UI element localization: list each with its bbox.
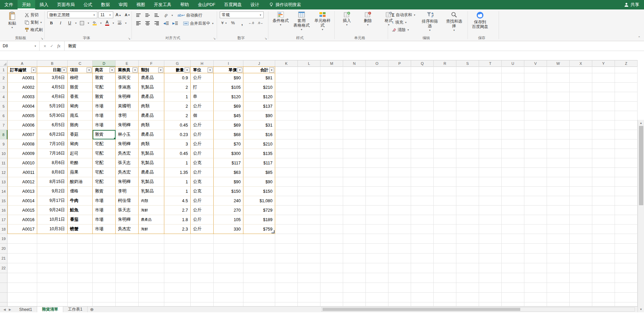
cell[interactable] xyxy=(298,215,320,224)
cell[interactable] xyxy=(547,111,570,121)
row-header[interactable] xyxy=(0,273,7,283)
cell[interactable] xyxy=(93,234,116,244)
cell[interactable] xyxy=(37,293,68,302)
cell[interactable] xyxy=(343,234,366,244)
cell[interactable] xyxy=(434,111,456,121)
cell[interactable] xyxy=(570,168,592,177)
cell[interactable] xyxy=(592,263,615,273)
cell[interactable] xyxy=(592,121,615,130)
cell[interactable]: 公斤 xyxy=(191,130,214,139)
column-header-v[interactable]: V xyxy=(524,60,547,67)
cell[interactable] xyxy=(434,149,456,158)
cell[interactable] xyxy=(502,158,524,168)
font-size-select[interactable]: 11▼ xyxy=(98,11,113,18)
cell[interactable] xyxy=(411,73,434,83)
cell[interactable] xyxy=(275,130,298,139)
cell[interactable] xyxy=(434,293,456,302)
cell[interactable] xyxy=(434,130,456,139)
dialog-launcher-icon[interactable]: ↘ xyxy=(41,37,43,40)
collapse-ribbon-icon[interactable]: ⌃ xyxy=(638,36,641,39)
menu-tab-insert[interactable]: 插入 xyxy=(35,0,53,9)
cell[interactable] xyxy=(547,196,570,206)
cell[interactable] xyxy=(547,92,570,102)
fill-button[interactable]: ↓ 填充 ▼ xyxy=(391,19,417,26)
cell[interactable] xyxy=(434,121,456,130)
cell[interactable] xyxy=(343,254,366,263)
cell[interactable]: 肉類 xyxy=(139,102,164,111)
cell[interactable] xyxy=(320,139,343,149)
align-right-button[interactable] xyxy=(153,20,161,27)
cell[interactable] xyxy=(615,187,638,196)
cell[interactable] xyxy=(298,234,320,244)
cell[interactable]: A0001 xyxy=(7,73,37,83)
cell[interactable]: 宅配 xyxy=(93,83,116,92)
cell[interactable] xyxy=(456,139,479,149)
cell[interactable] xyxy=(592,254,615,263)
row-header[interactable]: 10 xyxy=(0,149,7,158)
cell[interactable]: A0017 xyxy=(7,224,37,234)
column-header-h[interactable]: H xyxy=(191,60,214,67)
cell[interactable] xyxy=(366,83,388,92)
cell[interactable] xyxy=(388,139,411,149)
dialog-launcher-icon[interactable]: ↘ xyxy=(128,37,130,40)
cell[interactable] xyxy=(298,206,320,215)
cell[interactable]: 公斤 xyxy=(191,149,214,158)
cell[interactable] xyxy=(275,168,298,177)
column-header-d[interactable]: D xyxy=(93,60,116,67)
cell[interactable] xyxy=(479,102,502,111)
cell[interactable] xyxy=(456,168,479,177)
cell[interactable] xyxy=(456,111,479,121)
cell[interactable] xyxy=(343,177,366,187)
copy-button[interactable]: 复制 ▼ xyxy=(24,19,44,26)
decrease-decimal-button[interactable]: .0→ xyxy=(256,20,264,26)
cell[interactable]: 雞肉 xyxy=(68,121,93,130)
cell[interactable]: $210 xyxy=(243,139,275,149)
filter-button[interactable]: ▼ xyxy=(31,68,36,73)
cell[interactable]: 李明 xyxy=(116,111,139,121)
column-header-k[interactable]: K xyxy=(275,60,298,67)
cell[interactable] xyxy=(298,92,320,102)
cell[interactable]: 螃蟹 xyxy=(68,224,93,234)
cell[interactable] xyxy=(502,130,524,139)
cell[interactable]: 農產品 xyxy=(139,168,164,177)
find-select-button[interactable]: 查找和选择 ▼ xyxy=(443,10,465,35)
cell[interactable] xyxy=(116,273,139,283)
cell[interactable]: 0.9 xyxy=(164,73,191,83)
cell[interactable]: $117 xyxy=(243,158,275,168)
cell[interactable]: 黃國明 xyxy=(116,102,139,111)
cell[interactable] xyxy=(479,283,502,293)
cell[interactable] xyxy=(570,263,592,273)
cell[interactable] xyxy=(547,244,570,254)
cell[interactable]: $1,080 xyxy=(243,196,275,206)
cell[interactable]: 1 xyxy=(164,177,191,187)
row-header[interactable]: 1 xyxy=(0,67,7,73)
cell[interactable] xyxy=(343,224,366,234)
cell[interactable] xyxy=(615,121,638,130)
cell[interactable]: 1 xyxy=(164,158,191,168)
increase-font-button[interactable]: A▲ xyxy=(114,11,122,18)
cell[interactable] xyxy=(275,92,298,102)
cell[interactable]: 乳製品 xyxy=(139,158,164,168)
cell[interactable] xyxy=(524,121,547,130)
cell[interactable] xyxy=(214,263,243,273)
cell[interactable] xyxy=(479,83,502,92)
enter-icon[interactable]: ✓ xyxy=(50,44,53,48)
cell[interactable]: $135 xyxy=(243,149,275,158)
row-header[interactable]: 9 xyxy=(0,139,7,149)
cell[interactable]: 林小玉 xyxy=(116,130,139,139)
sheet-nav-left-icon[interactable]: ◀ xyxy=(3,308,6,311)
cell[interactable] xyxy=(615,168,638,177)
cell[interactable] xyxy=(570,139,592,149)
cell[interactable] xyxy=(191,273,214,283)
cell[interactable] xyxy=(524,293,547,302)
cell[interactable]: $31 xyxy=(243,121,275,130)
cell[interactable] xyxy=(411,168,434,177)
cell[interactable]: 公斤 xyxy=(191,139,214,149)
cell[interactable] xyxy=(320,187,343,196)
cell[interactable] xyxy=(592,177,615,187)
cell[interactable] xyxy=(547,139,570,149)
cell[interactable] xyxy=(275,293,298,302)
cell[interactable] xyxy=(116,263,139,273)
autosum-button[interactable]: Σ 自动求和 ▼ xyxy=(391,11,417,18)
row-header[interactable]: 2 xyxy=(0,73,7,83)
